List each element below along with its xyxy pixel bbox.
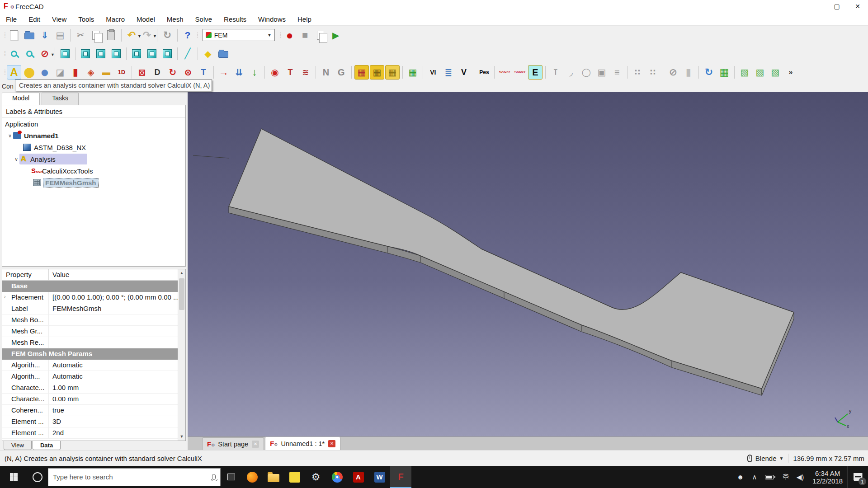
draw-style-icon[interactable]: ⊘▼ — [38, 47, 52, 61]
constraint-fixed-icon[interactable]: ⊠ — [135, 65, 149, 80]
workbench-selector[interactable]: FEM ▼ — [203, 29, 275, 41]
thermomech-icon[interactable]: ⊺ — [548, 65, 563, 80]
property-value-cell[interactable] — [49, 337, 178, 348]
menu-model[interactable]: Model — [131, 14, 161, 25]
whats-this-icon[interactable]: ? — [180, 28, 195, 42]
print-icon[interactable]: ▤ — [53, 28, 67, 42]
fit-selection-icon[interactable] — [22, 47, 37, 61]
taskbar-acrobat-icon[interactable]: A — [348, 466, 369, 488]
property-row[interactable]: Mesh Gr... — [2, 326, 178, 337]
element-geometry-1d-icon[interactable]: 1D — [114, 65, 129, 80]
flow-1d-bend-icon[interactable]: ◞ — [564, 65, 578, 80]
tab-model[interactable]: Model — [2, 93, 40, 105]
nav-style-label[interactable]: Blende — [755, 455, 777, 462]
beam-cross-section-icon[interactable]: ▮ — [68, 65, 83, 80]
front-view-icon[interactable] — [78, 47, 93, 61]
property-row[interactable]: LabelFEMMeshGmsh — [2, 303, 178, 314]
search-input[interactable]: Type here to search — [48, 468, 221, 486]
constraint-transform-icon[interactable]: T — [196, 65, 211, 80]
notification-center-button[interactable]: 1 — [847, 466, 868, 488]
property-expander-icon[interactable]: › — [4, 294, 6, 299]
solver-calculix-ccx-icon[interactable]: Solver — [513, 65, 527, 80]
rear-view-icon[interactable] — [129, 47, 144, 61]
tab-data[interactable]: Data — [33, 441, 61, 450]
cortana-button[interactable] — [27, 472, 48, 482]
create-part-icon[interactable]: ◆ — [201, 47, 215, 61]
constraint-pressure-icon[interactable]: ⇊ — [232, 65, 246, 80]
taskbar-settings-icon[interactable]: ⚙ — [305, 466, 326, 488]
top-view-icon[interactable] — [94, 47, 108, 61]
minimize-button[interactable]: – — [806, 0, 826, 13]
property-row[interactable]: ›Placement[(0.00 0.00 1.00); 0.00 °; (0.… — [2, 292, 178, 303]
save-file-icon[interactable]: ⇓ — [38, 28, 52, 42]
tree-item-astm_d638_nx[interactable]: ASTM_D638_NX — [2, 141, 185, 153]
property-scrollbar[interactable]: ▲ ▼ — [178, 269, 185, 441]
copy-icon[interactable] — [89, 28, 103, 42]
property-row[interactable]: Mesh Bo... — [2, 314, 178, 326]
property-value-cell[interactable] — [49, 326, 178, 337]
task-view-button[interactable] — [221, 474, 241, 480]
open-file-icon[interactable] — [22, 28, 37, 42]
mesh-boundary-layer-icon[interactable]: ∷ — [630, 65, 645, 80]
taskbar-word-icon[interactable]: W — [369, 466, 390, 488]
post-apply-changes-icon[interactable]: VI — [426, 65, 440, 80]
property-group-header[interactable]: Base — [2, 281, 178, 292]
property-group-header[interactable]: FEM Gmsh Mesh Params — [2, 348, 178, 360]
constraint-plane-rotation-icon[interactable]: ↻ — [165, 65, 180, 80]
tray-expand-icon[interactable]: ∧ — [752, 473, 757, 481]
post-filter-cut-icon[interactable]: ▧ — [768, 65, 783, 80]
tree-item-calculixccxtools[interactable]: SolverCalculiXccxTools — [2, 165, 185, 177]
scroll-down-icon[interactable]: ▼ — [178, 433, 185, 441]
property-row[interactable]: Characte...0.00 mm — [2, 394, 178, 405]
constraint-bearing-icon[interactable]: ◉ — [268, 65, 282, 80]
cut-icon[interactable]: ✂ — [73, 28, 88, 42]
refresh-post-icon[interactable]: ↻ — [702, 65, 716, 80]
menu-windows[interactable]: Windows — [252, 14, 292, 25]
placeholder-bar-icon[interactable]: ▮ — [681, 65, 696, 80]
property-value-cell[interactable]: FEMMeshGmsh — [49, 303, 178, 314]
property-value-cell[interactable] — [49, 314, 178, 325]
property-row[interactable]: Characte...1.00 mm — [2, 382, 178, 394]
mesh-netgen-icon[interactable]: N — [319, 65, 333, 80]
property-row[interactable]: Mesh Re... — [2, 337, 178, 348]
new-file-icon[interactable] — [7, 28, 21, 42]
property-value-cell[interactable]: 1.00 mm — [49, 382, 178, 393]
constraint-temperature-icon[interactable]: T — [283, 65, 297, 80]
result-v-icon[interactable]: V — [457, 65, 471, 80]
property-row[interactable]: Coheren...true — [2, 405, 178, 416]
menu-view[interactable]: View — [46, 14, 72, 25]
create-group-icon[interactable] — [216, 47, 231, 61]
tree-item-analysis[interactable]: ∨AAnalysis — [2, 153, 185, 165]
menu-results[interactable]: Results — [218, 14, 252, 25]
close-icon[interactable]: ✕ — [328, 440, 335, 447]
3d-viewport[interactable]: y x — [188, 92, 868, 436]
battery-icon[interactable] — [765, 475, 774, 479]
property-value-cell[interactable]: [(0.00 0.00 1.00); 0.00 °; (0.00 mm 0.00… — [49, 292, 178, 303]
property-value-cell[interactable]: Automatic — [49, 360, 178, 371]
scroll-thumb[interactable] — [179, 278, 184, 310]
undo-icon[interactable]: ↶▼ — [124, 28, 139, 42]
property-value-cell[interactable]: true — [49, 405, 178, 416]
tab-view[interactable]: View — [4, 441, 32, 450]
axonometric-view-icon[interactable] — [58, 47, 72, 61]
redo-icon[interactable]: ↷▼ — [140, 28, 154, 42]
mesh-group-icon[interactable]: ▦ — [370, 65, 384, 80]
measure-distance-icon[interactable]: ╱ — [180, 47, 195, 61]
macro-execute-icon[interactable]: ▶ — [329, 28, 343, 42]
property-row[interactable]: Algorith...Automatic — [2, 371, 178, 382]
post-filter-scalar-icon[interactable]: ▧ — [753, 65, 767, 80]
property-value-cell[interactable]: 2nd — [49, 427, 178, 438]
mesh-region-icon[interactable]: ▦ — [354, 65, 369, 80]
menu-help[interactable]: Help — [292, 14, 317, 25]
tree-expander-icon[interactable]: ∨ — [13, 156, 19, 162]
start-button[interactable] — [0, 466, 27, 488]
chevron-down-icon[interactable]: ▼ — [153, 34, 157, 38]
flow-1d-box-icon[interactable]: ▣ — [594, 65, 609, 80]
taskbar-chrome-icon[interactable] — [326, 466, 348, 488]
bottom-view-icon[interactable] — [145, 47, 159, 61]
material-fluid-icon[interactable]: ⬤ — [38, 65, 52, 80]
maximize-button[interactable]: ▢ — [826, 0, 847, 13]
tree-expander-icon[interactable]: ∨ — [7, 133, 13, 139]
paste-icon[interactable] — [104, 28, 118, 42]
flow-1d-fasteners-icon[interactable]: ≡ — [610, 65, 624, 80]
